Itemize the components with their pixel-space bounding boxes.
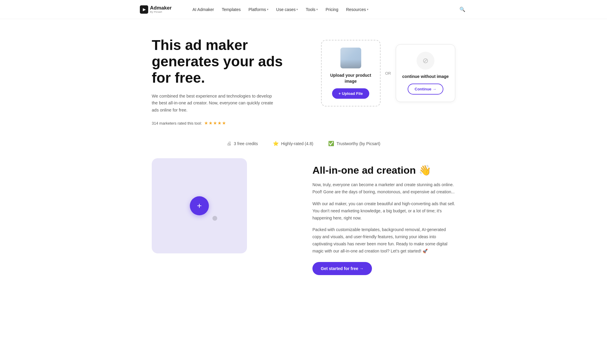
- add-button-circle[interactable]: +: [190, 196, 209, 215]
- trust-rated-label: Highly-rated (4.8): [281, 141, 313, 146]
- trust-trustworthy-label: Trustworthy (by Picsart): [337, 141, 380, 146]
- logo-icon: ▶: [140, 5, 148, 14]
- chevron-down-icon: ▾: [316, 8, 318, 11]
- credits-icon: 🖨: [227, 141, 231, 146]
- star-3: ★: [213, 120, 217, 126]
- check-shield-icon: ✅: [328, 141, 334, 146]
- nav-link-templates[interactable]: Templates: [219, 5, 244, 14]
- get-started-button[interactable]: Get started for free →: [312, 262, 372, 275]
- nav-link-ai-admaker[interactable]: AI Admaker: [190, 5, 217, 14]
- product-image-placeholder: [340, 48, 361, 68]
- trust-item-trustworthy: ✅ Trustworthy (by Picsart): [328, 141, 380, 146]
- product-thumbnail: [340, 48, 361, 68]
- trust-item-credits: 🖨 3 free credits: [227, 141, 258, 146]
- navbar: ▶ Admaker By Picsart AI Admaker Template…: [0, 0, 607, 19]
- nav-link-pricing[interactable]: Pricing: [323, 5, 341, 14]
- demo-card: +: [152, 158, 247, 253]
- star-2: ★: [209, 120, 212, 126]
- logo-main-text: Admaker: [150, 5, 172, 10]
- trust-bar: 🖨 3 free credits ⭐ Highly-rated (4.8) ✅ …: [140, 141, 467, 146]
- hero-description: We combined the best experience and tech…: [152, 93, 277, 114]
- trust-credits-label: 3 free credits: [234, 141, 258, 146]
- upload-card: Upload your product image + Upload File: [321, 40, 381, 106]
- hero-section: This ad maker generates your ads for fre…: [140, 19, 467, 135]
- upload-card-label: Upload your product image: [326, 73, 375, 84]
- star-icon: ⭐: [273, 141, 279, 146]
- section2-title: All-in-one ad creation 👋: [312, 164, 455, 176]
- continue-without-image-card: ⊘ continue without image Continue →: [396, 44, 455, 102]
- star-4: ★: [218, 120, 221, 126]
- section2-para1: Now, truly, everyone can become a market…: [312, 181, 455, 196]
- continue-button[interactable]: Continue →: [408, 84, 444, 95]
- star-1: ★: [204, 120, 208, 126]
- hero-title: This ad maker generates your ads for fre…: [152, 37, 303, 86]
- all-in-one-section: + All-in-one ad creation 👋 Now, truly, e…: [140, 158, 467, 275]
- rating-text: 314 marketers rated this tool:: [152, 121, 202, 125]
- upload-file-button[interactable]: + Upload File: [332, 88, 369, 99]
- logo-sub-text: By Picsart: [150, 11, 172, 13]
- chevron-down-icon: ▾: [267, 8, 268, 11]
- hero-left: This ad maker generates your ads for fre…: [152, 37, 303, 126]
- continue-card-label: continue without image: [402, 74, 449, 80]
- star-rating: ★ ★ ★ ★ ★: [204, 120, 226, 126]
- trust-item-rated: ⭐ Highly-rated (4.8): [273, 141, 313, 146]
- section2-para3: Packed with customizable templates, back…: [312, 226, 455, 255]
- nav-link-resources[interactable]: Resources ▾: [343, 5, 371, 14]
- section2-demo: +: [152, 158, 295, 253]
- section2-para2: With our ad maker, you can create beauti…: [312, 200, 455, 222]
- nav-right: 🔍: [458, 5, 467, 14]
- hero-right: Upload your product image + Upload File …: [321, 40, 456, 106]
- section2-content: All-in-one ad creation 👋 Now, truly, eve…: [312, 158, 455, 275]
- search-button[interactable]: 🔍: [458, 5, 467, 14]
- or-divider: OR: [385, 71, 391, 76]
- star-5: ★: [222, 120, 226, 126]
- no-image-icon: ⊘: [417, 52, 434, 70]
- nav-link-platforms[interactable]: Platforms ▾: [245, 5, 271, 14]
- nav-link-tools[interactable]: Tools ▾: [303, 5, 321, 14]
- logo[interactable]: ▶ Admaker By Picsart: [140, 5, 172, 14]
- nav-links: AI Admaker Templates Platforms ▾ Use cas…: [190, 5, 446, 14]
- cursor-indicator: [212, 216, 217, 221]
- nav-link-use-cases[interactable]: Use cases ▾: [273, 5, 301, 14]
- chevron-down-icon: ▾: [367, 8, 368, 11]
- chevron-down-icon: ▾: [296, 8, 298, 11]
- hero-rating: 314 marketers rated this tool: ★ ★ ★ ★ ★: [152, 120, 303, 126]
